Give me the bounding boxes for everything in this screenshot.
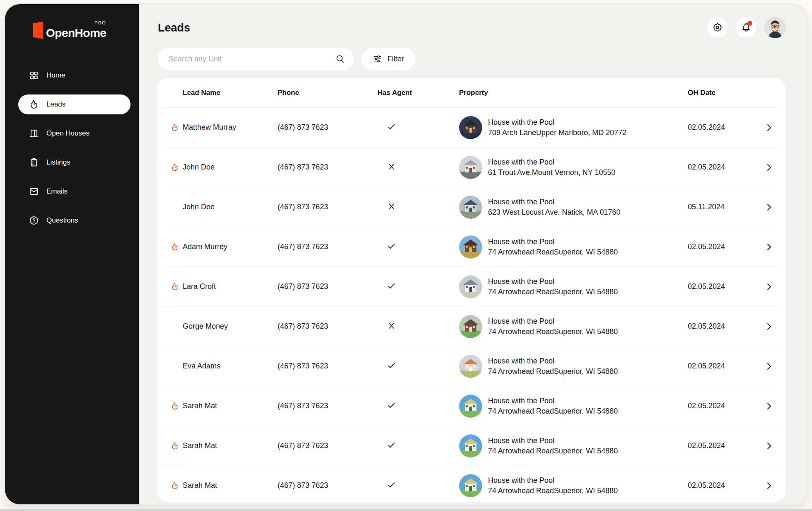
table-row[interactable]: John Doe (467) 873 7623 House with the P… (162, 148, 780, 187)
search-input[interactable] (169, 55, 336, 63)
chevron-right-icon[interactable] (764, 202, 774, 212)
table-row[interactable]: Eva Adams (467) 873 7623 House with the … (162, 346, 780, 386)
flame-icon (29, 99, 39, 109)
property-cell: House with the Pool 74 Arrowhead RoadSup… (459, 434, 688, 458)
table-row[interactable]: Sarah Mat (467) 873 7623 House with the … (162, 466, 780, 502)
search-bar[interactable] (158, 48, 354, 70)
sidebar-item-label: Home (46, 71, 65, 80)
table-body: Matthew Murray (467) 873 7623 House with… (157, 108, 785, 502)
hot-lead-flame-icon (171, 282, 179, 292)
lead-name: John Doe (183, 163, 278, 172)
chevron-right-icon[interactable] (764, 481, 774, 491)
sidebar-item-emails[interactable]: Emails (18, 182, 130, 201)
clipboard-icon (29, 157, 39, 167)
oh-date: 02.05.2024 (688, 322, 764, 331)
property-cell: House with the Pool 74 Arrowhead RoadSup… (459, 355, 688, 378)
property-address: 74 Arrowhead RoadSuperior, WI 54880 (488, 446, 618, 456)
toolbar: Filter (158, 48, 416, 70)
property-address: 74 Arrowhead RoadSuperior, WI 54880 (488, 247, 618, 257)
grid-icon (29, 70, 39, 80)
chevron-right-icon[interactable] (764, 282, 774, 292)
property-cell: House with the Pool 61 Trout Ave.Mount V… (459, 156, 688, 179)
col-lead-name: Lead Name (183, 89, 278, 97)
table-row[interactable]: Sarah Mat (467) 873 7623 House with the … (162, 426, 780, 466)
property-address: 74 Arrowhead RoadSuperior, WI 54880 (488, 406, 618, 417)
chevron-right-icon[interactable] (764, 361, 774, 371)
sidebar-item-home[interactable]: Home (18, 65, 130, 85)
settings-button[interactable] (707, 17, 728, 38)
property-photo (459, 116, 482, 139)
check-icon (387, 122, 396, 132)
property-photo (459, 355, 482, 378)
property-title: House with the Pool (488, 157, 616, 167)
property-title: House with the Pool (488, 117, 626, 128)
property-address: 74 Arrowhead RoadSuperior, WI 54880 (488, 327, 618, 337)
x-icon (387, 321, 396, 331)
envelope-icon (29, 186, 39, 196)
table-header: Lead Name Phone Has Agent Property OH Da… (162, 78, 780, 108)
table-row[interactable]: Adam Murrey (467) 873 7623 House with th… (162, 227, 780, 267)
lead-name: Gorge Money (183, 322, 278, 331)
chevron-right-icon[interactable] (764, 123, 774, 133)
col-oh-date: OH Date (688, 89, 764, 97)
notifications-button[interactable] (736, 17, 756, 38)
property-photo (459, 196, 482, 219)
brand-badge: PRO (94, 21, 106, 25)
chevron-right-icon[interactable] (764, 322, 774, 332)
table-row[interactable]: Lara Croft (467) 873 7623 House with the… (162, 267, 780, 307)
lead-phone: (467) 873 7623 (278, 481, 377, 490)
lead-phone: (467) 873 7623 (278, 203, 377, 211)
lead-phone: (467) 873 7623 (278, 441, 377, 450)
sidebar-item-questions[interactable]: Questions (18, 211, 130, 230)
user-avatar[interactable] (764, 17, 786, 38)
table-row[interactable]: John Doe (467) 873 7623 House with the P… (162, 187, 780, 227)
search-icon[interactable] (336, 54, 345, 63)
lead-phone: (467) 873 7623 (278, 402, 377, 410)
sidebar-item-listings[interactable]: Listings (18, 153, 130, 172)
chevron-right-icon[interactable] (764, 401, 774, 411)
header-actions (707, 17, 786, 38)
property-cell: House with the Pool 623 West Locust Ave.… (459, 196, 688, 219)
hot-lead-flame-icon (171, 401, 179, 411)
property-photo (459, 315, 482, 338)
table-row[interactable]: Gorge Money (467) 873 7623 House with th… (162, 307, 780, 346)
lead-name: Sarah Mat (183, 481, 278, 490)
lead-name: Sarah Mat (183, 441, 278, 450)
lead-phone: (467) 873 7623 (278, 163, 377, 172)
chevron-right-icon[interactable] (764, 441, 774, 451)
sidebar-item-leads[interactable]: Leads (18, 94, 130, 114)
property-cell: House with the Pool 74 Arrowhead RoadSup… (459, 315, 688, 338)
oh-date: 02.05.2024 (688, 481, 764, 490)
check-icon (387, 361, 396, 371)
filter-sliders-icon (373, 54, 382, 63)
filter-button[interactable]: Filter (361, 48, 416, 70)
page-title: Leads (158, 22, 190, 34)
table-row[interactable]: Matthew Murray (467) 873 7623 House with… (162, 108, 780, 148)
check-icon (387, 480, 396, 490)
chevron-right-icon[interactable] (764, 242, 774, 252)
hot-lead-flame-icon (171, 162, 179, 172)
property-title: House with the Pool (488, 436, 618, 446)
filter-label: Filter (387, 55, 404, 63)
sidebar-item-open-houses[interactable]: Open Houses (18, 124, 130, 143)
property-address: 74 Arrowhead RoadSuperior, WI 54880 (488, 366, 618, 377)
hot-lead-flame-icon (171, 123, 179, 133)
chevron-right-icon[interactable] (764, 162, 774, 172)
sidebar-item-label: Questions (46, 216, 78, 225)
property-photo (459, 395, 482, 418)
leads-table: Lead Name Phone Has Agent Property OH Da… (157, 78, 785, 502)
col-property: Property (459, 89, 688, 97)
hot-lead-flame-icon (171, 242, 179, 252)
lead-phone: (467) 873 7623 (278, 322, 377, 331)
check-icon (387, 241, 396, 251)
oh-date: 02.05.2024 (688, 362, 764, 371)
gear-icon (713, 22, 723, 32)
hot-lead-flame-icon (171, 481, 179, 491)
table-row[interactable]: Sarah Mat (467) 873 7623 House with the … (162, 386, 780, 426)
x-icon (387, 201, 396, 211)
property-photo (459, 434, 482, 458)
property-title: House with the Pool (488, 396, 618, 406)
lead-name: John Doe (183, 203, 278, 211)
property-cell: House with the Pool 709 Arch LaneUpper M… (459, 116, 688, 139)
sidebar-item-label: Open Houses (46, 129, 89, 138)
